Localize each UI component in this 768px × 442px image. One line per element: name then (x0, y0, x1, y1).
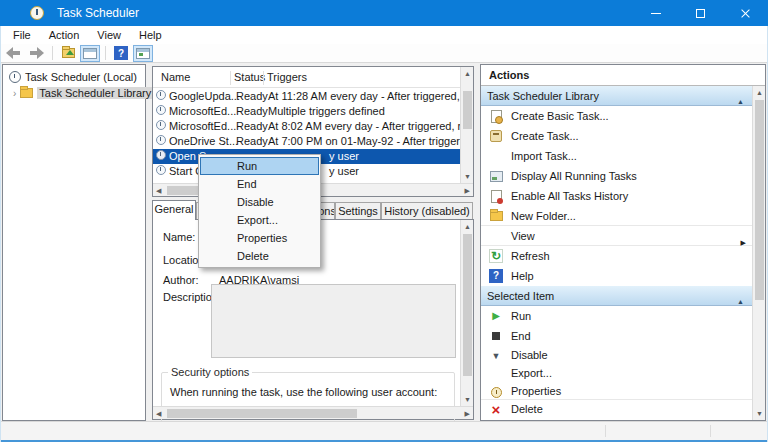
action-create-task[interactable]: Create Task... (481, 126, 752, 146)
action-pane-button[interactable] (133, 45, 153, 62)
new-folder-icon (489, 209, 503, 223)
minimize-button[interactable] (633, 0, 678, 26)
context-menu-end[interactable]: End (199, 175, 320, 193)
create-task-icon (489, 129, 503, 143)
delete-icon: × (489, 403, 503, 417)
tree-root-label: Task Scheduler (Local) (25, 71, 137, 83)
context-menu-properties[interactable]: Properties (199, 229, 320, 247)
help-icon: ? (114, 46, 128, 60)
action-disable[interactable]: ▼ Disable (481, 346, 752, 364)
column-triggers[interactable]: Triggers (267, 71, 307, 83)
scroll-up-icon[interactable]: ▲ (756, 89, 763, 96)
end-icon (489, 329, 503, 343)
action-run[interactable]: ▶ Run (481, 306, 752, 326)
context-menu-disable[interactable]: Disable (199, 193, 320, 211)
scrollbar-thumb[interactable] (463, 91, 472, 129)
context-menu-export[interactable]: Export... (199, 211, 320, 229)
expander-icon[interactable]: › (13, 88, 16, 99)
detail-horizontal-scrollbar[interactable]: ◀ ▶ (153, 406, 473, 419)
show-console-tree-icon (62, 48, 75, 58)
maximize-button[interactable] (678, 0, 723, 26)
menu-action[interactable]: Action (40, 28, 89, 42)
column-status[interactable]: Status (234, 71, 265, 83)
back-icon[interactable] (4, 45, 24, 61)
action-delete[interactable]: × Delete (481, 400, 752, 418)
action-new-folder[interactable]: New Folder... (481, 206, 752, 226)
scroll-down-icon[interactable]: ▼ (464, 396, 471, 403)
action-refresh[interactable]: ↻ Refresh (481, 246, 752, 266)
action-export[interactable]: Export... (481, 364, 752, 382)
tab-general[interactable]: General (152, 200, 196, 220)
disable-icon: ▼ (489, 349, 503, 363)
section-header-label: Selected Item (487, 290, 554, 302)
table-row[interactable]: MicrosoftEd... Ready At 8:02 AM every da… (153, 119, 460, 134)
maximize-icon (696, 9, 705, 18)
scroll-up-icon[interactable]: ▲ (464, 223, 471, 230)
status-bar (0, 421, 768, 440)
action-import-task[interactable]: Import Task... (481, 146, 752, 166)
description-field[interactable] (211, 284, 456, 358)
tree-item-root[interactable]: Task Scheduler (Local) (3, 69, 145, 85)
section-header-label: Task Scheduler Library (487, 90, 599, 102)
table-row[interactable]: GoogleUpda... Ready At 11:28 AM every da… (153, 89, 460, 104)
actions-pane-title: Actions (481, 65, 765, 86)
scroll-left-icon[interactable]: ◀ (156, 187, 161, 194)
table-row[interactable]: OneDrive St... Ready At 7:00 PM on 01-Ma… (153, 134, 460, 149)
task-list-vertical-scrollbar[interactable]: ▲ ▼ (460, 67, 473, 183)
task-list-header: Name Status Triggers (153, 67, 460, 88)
title-bar: Task Scheduler (0, 0, 768, 26)
column-name[interactable]: Name (161, 71, 190, 83)
forward-icon[interactable] (26, 45, 46, 61)
name-label: Name: (163, 231, 195, 243)
console-window-button[interactable] (80, 45, 100, 62)
action-display-running-tasks[interactable]: Display All Running Tasks (481, 166, 752, 186)
task-icon (156, 135, 166, 145)
scroll-down-icon[interactable]: ▼ (464, 173, 471, 180)
actions-vertical-scrollbar[interactable]: ▲ ▼ (752, 86, 765, 420)
security-hint-text: When running the task, use the following… (170, 386, 437, 398)
app-clock-icon (30, 6, 44, 20)
scroll-right-icon[interactable]: ▶ (465, 187, 470, 194)
action-properties[interactable]: Properties (481, 382, 752, 400)
detail-vertical-scrollbar[interactable]: ▲ ▼ (460, 220, 473, 406)
window-left-border (0, 26, 1, 442)
scroll-right-icon[interactable]: ▶ (465, 410, 470, 417)
action-create-basic-task[interactable]: Create Basic Task... (481, 106, 752, 126)
minimize-icon (651, 13, 661, 14)
context-menu-run[interactable]: Run (200, 157, 319, 175)
tree-item-library[interactable]: › Task Scheduler Library (3, 85, 145, 101)
menu-view[interactable]: View (88, 28, 130, 42)
action-pane-icon (136, 48, 150, 59)
action-help[interactable]: ? Help (481, 266, 752, 286)
show-console-tree-button[interactable] (58, 45, 78, 62)
scrollbar-thumb[interactable] (167, 409, 357, 418)
actions-section-library[interactable]: Task Scheduler Library ▲ (481, 86, 752, 106)
action-enable-history[interactable]: Enable All Tasks History (481, 186, 752, 206)
task-icon (156, 165, 166, 175)
scroll-down-icon[interactable]: ▼ (756, 410, 763, 417)
close-button[interactable] (723, 0, 768, 26)
context-menu-delete[interactable]: Delete (199, 247, 320, 265)
task-icon (156, 120, 166, 130)
scrollbar-thumb[interactable] (755, 100, 764, 300)
actions-section-selected-item[interactable]: Selected Item ▲ (481, 286, 752, 306)
action-end[interactable]: End (481, 326, 752, 346)
menu-bar: File Action View Help (0, 26, 768, 44)
menu-file[interactable]: File (4, 28, 40, 42)
menu-help[interactable]: Help (130, 28, 171, 42)
window-title: Task Scheduler (57, 6, 139, 20)
security-options-label: Security options (168, 366, 252, 378)
tree-library-label: Task Scheduler Library (37, 87, 153, 99)
scroll-up-icon[interactable]: ▲ (464, 70, 471, 77)
table-row[interactable]: MicrosoftEd... Ready Multiple triggers d… (153, 104, 460, 119)
help-button[interactable]: ? (111, 45, 131, 62)
action-view[interactable]: View ▶ (481, 226, 752, 246)
scrollbar-thumb[interactable] (463, 234, 472, 376)
tab-history[interactable]: History (disabled) (381, 202, 473, 220)
tab-settings[interactable]: Settings (335, 202, 381, 220)
scroll-left-icon[interactable]: ◀ (156, 410, 161, 417)
toolbar: ? (0, 44, 768, 63)
task-scheduler-icon (9, 71, 21, 83)
action-help-partial[interactable]: ? Help (481, 418, 752, 420)
refresh-icon: ↻ (489, 249, 503, 263)
